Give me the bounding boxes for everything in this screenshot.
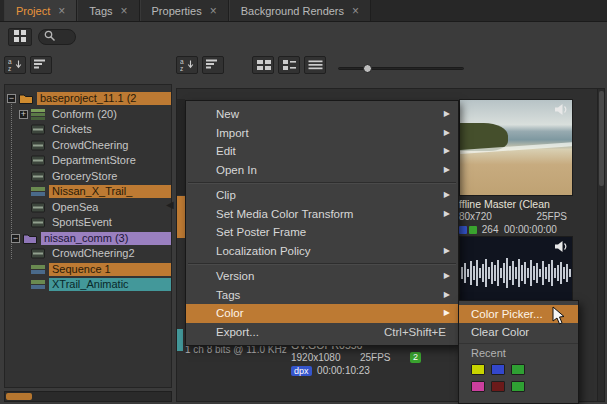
tree-item-opensea[interactable]: OpenSea: [5, 200, 171, 216]
menu-separator: [186, 260, 458, 267]
audio-speaker-icon: [555, 241, 568, 254]
tab-project[interactable]: Project ×: [4, 0, 77, 21]
bin-sort-toolbar: az: [4, 56, 52, 82]
sort-order-icon: [34, 58, 48, 72]
sort-alpha-icon: az: [8, 58, 23, 73]
clip-format-label: 80x72025FPS: [459, 211, 567, 222]
tree-item-label: XTrail_Animatic: [49, 278, 171, 291]
clip-icon: [31, 124, 45, 135]
tab-properties[interactable]: Properties ×: [140, 0, 229, 21]
mouse-cursor: [552, 306, 566, 328]
tree-item-conform[interactable]: + Conform (20): [5, 107, 171, 123]
tree-item-label: Nissan_X_Trail_: [49, 185, 171, 198]
close-icon[interactable]: ×: [210, 6, 217, 16]
details-view-icon: [282, 58, 297, 73]
close-icon[interactable]: ×: [352, 6, 359, 16]
menu-item-new[interactable]: New▶: [186, 105, 458, 124]
close-icon[interactable]: ×: [58, 6, 65, 16]
svg-text:z: z: [180, 64, 183, 71]
sort-alpha-button[interactable]: az: [4, 56, 26, 74]
clip-thumbnail-offline-master[interactable]: [459, 99, 573, 196]
color-swatch[interactable]: [511, 364, 525, 375]
bin-stack-icon: [31, 109, 45, 120]
sequence-icon: [31, 279, 45, 290]
tree-item-crickets[interactable]: Crickets: [5, 122, 171, 138]
recent-color-swatches: [459, 359, 578, 392]
clip-codec-timecode-label: 264 00:00:00:00: [459, 224, 557, 235]
menu-item-import[interactable]: Import▶: [186, 124, 458, 143]
collapse-icon[interactable]: −: [11, 234, 20, 243]
tree-item-label: DepartmentStore: [49, 154, 171, 167]
tree-item-sequence1[interactable]: Sequence 1: [5, 262, 171, 278]
tree-item-crowdcheering2[interactable]: CrowdCheering2: [5, 246, 171, 262]
tree-item-nissan-x-trail[interactable]: Nissan_X_Trail_: [5, 184, 171, 200]
tab-label: Project: [16, 5, 50, 17]
submenu-arrow-icon: ▶: [444, 286, 450, 305]
color-swatch[interactable]: [491, 364, 505, 375]
clip-icon: [31, 140, 45, 151]
submenu-arrow-icon: ▶: [444, 124, 450, 143]
tree-item-baseproject[interactable]: − baseproject_11.1 (2: [5, 91, 171, 107]
clip-icon: [31, 202, 45, 213]
shortcut-label: Ctrl+Shift+E: [384, 323, 446, 342]
tree-item-label: OpenSea: [49, 201, 171, 214]
color-swatch[interactable]: [491, 381, 505, 392]
color-swatch[interactable]: [511, 381, 525, 392]
scrollbar-thumb[interactable]: [599, 91, 604, 186]
menu-item-localization-policy[interactable]: Localization Policy▶: [186, 242, 458, 261]
large-thumbnails-icon: [256, 58, 271, 73]
clip-thumbnail-audio-waveform[interactable]: [459, 236, 573, 309]
filetype-badge: dpx: [291, 366, 312, 376]
svg-text:z: z: [8, 64, 11, 71]
list-view-icon: [308, 58, 323, 73]
slider-thumb[interactable]: [363, 64, 372, 73]
menu-separator: [186, 179, 458, 186]
tree-item-grocerystore[interactable]: GroceryStore: [5, 169, 171, 185]
menu-item-color[interactable]: Color▶: [186, 304, 458, 323]
view-list-button[interactable]: [304, 56, 326, 74]
menu-item-set-poster-frame[interactable]: Set Poster Frame: [186, 223, 458, 242]
context-menu: New▶ Import▶ Edit▶ Open In▶ Clip▶ Set Me…: [185, 100, 459, 346]
color-swatch[interactable]: [471, 364, 485, 375]
submenu-arrow-icon: ▶: [444, 186, 450, 205]
horizontal-scrollbar[interactable]: [4, 391, 172, 402]
panel-collapse-arrow[interactable]: ◀: [166, 199, 174, 210]
tree-item-crowdcheering[interactable]: CrowdCheering: [5, 138, 171, 154]
tab-background-renders[interactable]: Background Renders ×: [229, 0, 371, 21]
close-icon[interactable]: ×: [121, 6, 128, 16]
view-large-thumbnails-button[interactable]: [252, 56, 274, 74]
tree-item-sportsevent[interactable]: SportsEvent: [5, 215, 171, 231]
sort-order-button[interactable]: [202, 56, 224, 74]
menu-item-open-in[interactable]: Open In▶: [186, 161, 458, 180]
color-swatch[interactable]: [471, 381, 485, 392]
tree-item-xtrail-animatic[interactable]: XTrail_Animatic: [5, 277, 171, 293]
tree-item-departmentstore[interactable]: DepartmentStore: [5, 153, 171, 169]
clip-icon: [31, 248, 45, 259]
tree-item-label: Sequence 1: [49, 263, 171, 276]
project-tree: − baseproject_11.1 (2 + Conform (20) Cri…: [4, 84, 172, 388]
menu-item-tags[interactable]: Tags▶: [186, 286, 458, 305]
search-input[interactable]: [38, 29, 76, 45]
tab-label: Properties: [152, 5, 202, 17]
clip-name-label: ffline Master (Clean: [459, 198, 550, 210]
vertical-scrollbar[interactable]: [597, 89, 604, 401]
submenu-arrow-icon: ▶: [444, 242, 450, 261]
view-layout-button[interactable]: [8, 28, 32, 46]
menu-item-edit[interactable]: Edit▶: [186, 142, 458, 161]
menu-item-set-media-color-transform[interactable]: Set Media Color Transform▶: [186, 205, 458, 224]
sequence-icon: [31, 264, 45, 275]
menu-item-clip[interactable]: Clip▶: [186, 186, 458, 205]
application-window: Project × Tags × Properties × Background…: [0, 0, 607, 404]
collapse-icon[interactable]: −: [7, 94, 16, 103]
tab-tags[interactable]: Tags ×: [77, 0, 139, 21]
tree-item-nissan-comm[interactable]: − nissan_comm (3): [5, 231, 171, 247]
view-details-button[interactable]: [278, 56, 300, 74]
scrollbar-thumb[interactable]: [6, 393, 32, 400]
menu-item-version[interactable]: Version▶: [186, 267, 458, 286]
menu-item-export[interactable]: Export...Ctrl+Shift+E: [186, 323, 458, 342]
sort-order-button[interactable]: [30, 56, 52, 74]
project-folder-icon: [19, 93, 33, 104]
expand-icon[interactable]: +: [19, 110, 28, 119]
thumbnail-size-slider[interactable]: [338, 67, 464, 70]
sort-alpha-button[interactable]: az: [176, 56, 198, 74]
